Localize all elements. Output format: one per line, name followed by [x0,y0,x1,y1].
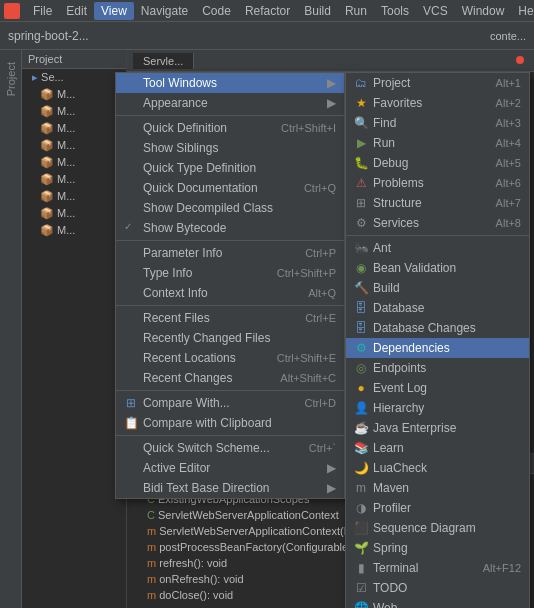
check-icon: ✓ [124,221,138,235]
menu-view[interactable]: View [94,2,134,20]
tree-item-m3[interactable]: 📦 M... [22,120,126,137]
menu-item-context-info[interactable]: Context Info Alt+Q [116,283,344,303]
tw-favorites-icon: ★ [354,96,368,110]
menu-item-compare-clipboard[interactable]: 📋 Compare with Clipboard [116,413,344,433]
tw-todo-icon: ☑ [354,581,368,595]
arrow-icon: ▶ [327,76,336,90]
menu-vcs[interactable]: VCS [416,2,455,20]
tree-item-m2[interactable]: 📦 M... [22,103,126,120]
tw-learn[interactable]: 📚 Learn [346,438,529,458]
menu-item-bidi[interactable]: Bidi Text Base Direction ▶ [116,478,344,498]
decompiled-icon [124,201,138,215]
tw-luacheck[interactable]: 🌙 LuaCheck [346,458,529,478]
tree-item-m9[interactable]: 📦 M... [22,222,126,239]
param-icon [124,246,138,260]
menu-item-quick-switch[interactable]: Quick Switch Scheme... Ctrl+` [116,438,344,458]
tw-build-icon: 🔨 [354,281,368,295]
tree-item-m1[interactable]: 📦 M... [22,86,126,103]
tw-debug[interactable]: 🐛 Debug Alt+5 [346,153,529,173]
tw-problems[interactable]: ⚠ Problems Alt+6 [346,173,529,193]
menu-item-recently-changed[interactable]: Recently Changed Files [116,328,344,348]
tw-project[interactable]: 🗂 Project Alt+1 [346,73,529,93]
menu-file[interactable]: File [26,2,59,20]
menu-item-tool-windows[interactable]: Tool Windows ▶ [116,73,344,93]
siblings-icon [124,141,138,155]
tw-services[interactable]: ⚙ Services Alt+8 [346,213,529,233]
menu-item-compare-with[interactable]: ⊞ Compare With... Ctrl+D [116,393,344,413]
tree-item-se[interactable]: ▸ Se... [22,69,126,86]
tw-spring[interactable]: 🌱 Spring [346,538,529,558]
tw-structure[interactable]: ⊞ Structure Alt+7 [346,193,529,213]
menu-run[interactable]: Run [338,2,374,20]
tree-item-m5[interactable]: 📦 M... [22,154,126,171]
tw-maven[interactable]: m Maven [346,478,529,498]
tw-run[interactable]: ▶ Run Alt+4 [346,133,529,153]
quick-type-icon [124,161,138,175]
tw-web[interactable]: 🌐 Web [346,598,529,608]
quick-doc-icon [124,181,138,195]
menu-item-active-editor[interactable]: Active Editor ▶ [116,458,344,478]
menu-navigate[interactable]: Navigate [134,2,195,20]
menu-code[interactable]: Code [195,2,238,20]
menu-item-appearance[interactable]: Appearance ▶ [116,93,344,113]
menu-help[interactable]: Help [511,2,534,20]
tw-profiler-icon: ◑ [354,501,368,515]
tw-favorites[interactable]: ★ Favorites Alt+2 [346,93,529,113]
tw-hierarchy-icon: 👤 [354,401,368,415]
bidi-arrow-icon: ▶ [327,481,336,495]
tw-dependencies[interactable]: ⚙ Dependencies [346,338,529,358]
menu-window[interactable]: Window [455,2,512,20]
tree-item-m8[interactable]: 📦 M... [22,205,126,222]
menu-item-quick-type[interactable]: Quick Type Definition [116,158,344,178]
tw-database-changes[interactable]: 🗄 Database Changes [346,318,529,338]
tw-java-enterprise[interactable]: ☕ Java Enterprise [346,418,529,438]
tw-build[interactable]: 🔨 Build [346,278,529,298]
window-icon [124,76,138,90]
clipboard-icon: 📋 [124,416,138,430]
menu-tools[interactable]: Tools [374,2,416,20]
menu-item-type-info[interactable]: Type Info Ctrl+Shift+P [116,263,344,283]
menu-bar: File Edit View Navigate Code Refactor Bu… [0,0,534,22]
active-editor-arrow-icon: ▶ [327,461,336,475]
menu-edit[interactable]: Edit [59,2,94,20]
tw-ant[interactable]: 🐜 Ant [346,238,529,258]
tw-find[interactable]: 🔍 Find Alt+3 [346,113,529,133]
tab-servle[interactable]: Servle... [133,53,194,69]
menu-item-param-info[interactable]: Parameter Info Ctrl+P [116,243,344,263]
main-area: Project Project ▸ Se... 📦 M... 📦 M... 📦 … [0,50,534,608]
tw-profiler[interactable]: ◑ Profiler [346,498,529,518]
tw-event-log[interactable]: ● Event Log [346,378,529,398]
tw-terminal[interactable]: ▮ Terminal Alt+F12 [346,558,529,578]
menu-item-decompiled[interactable]: Show Decompiled Class [116,198,344,218]
menu-item-recent-locations[interactable]: Recent Locations Ctrl+Shift+E [116,348,344,368]
separator-4 [116,390,344,391]
sidebar-tab-project[interactable]: Project [2,54,20,104]
tw-run-icon: ▶ [354,136,368,150]
menu-refactor[interactable]: Refactor [238,2,297,20]
tw-hierarchy[interactable]: 👤 Hierarchy [346,398,529,418]
menu-item-bytecode[interactable]: ✓ Show Bytecode [116,218,344,238]
appearance-icon [124,96,138,110]
tw-database[interactable]: 🗄 Database [346,298,529,318]
tw-terminal-icon: ▮ [354,561,368,575]
tw-bean-validation[interactable]: ◉ Bean Validation [346,258,529,278]
menu-item-recent-files[interactable]: Recent Files Ctrl+E [116,308,344,328]
menu-item-quick-doc[interactable]: Quick Documentation Ctrl+Q [116,178,344,198]
tree-item-m6[interactable]: 📦 M... [22,171,126,188]
tw-todo[interactable]: ☑ TODO [346,578,529,598]
tw-luacheck-icon: 🌙 [354,461,368,475]
separator-1 [116,115,344,116]
tw-endpoints[interactable]: ◎ Endpoints [346,358,529,378]
tw-sequence-diagram[interactable]: ⬛ Sequence Diagram [346,518,529,538]
view-menu[interactable]: Tool Windows ▶ Appearance ▶ Quick Defini… [115,72,345,499]
menu-item-quick-def[interactable]: Quick Definition Ctrl+Shift+I [116,118,344,138]
menu-build[interactable]: Build [297,2,338,20]
menu-item-recent-changes[interactable]: Recent Changes Alt+Shift+C [116,368,344,388]
tree-item-m4[interactable]: 📦 M... [22,137,126,154]
menu-item-show-siblings[interactable]: Show Siblings [116,138,344,158]
tw-structure-icon: ⊞ [354,196,368,210]
project-title: spring-boot-2... [8,29,89,43]
tool-windows-menu[interactable]: 🗂 Project Alt+1 ★ Favorites Alt+2 🔍 Find… [345,72,530,608]
tw-find-icon: 🔍 [354,116,368,130]
tree-item-m7[interactable]: 📦 M... [22,188,126,205]
